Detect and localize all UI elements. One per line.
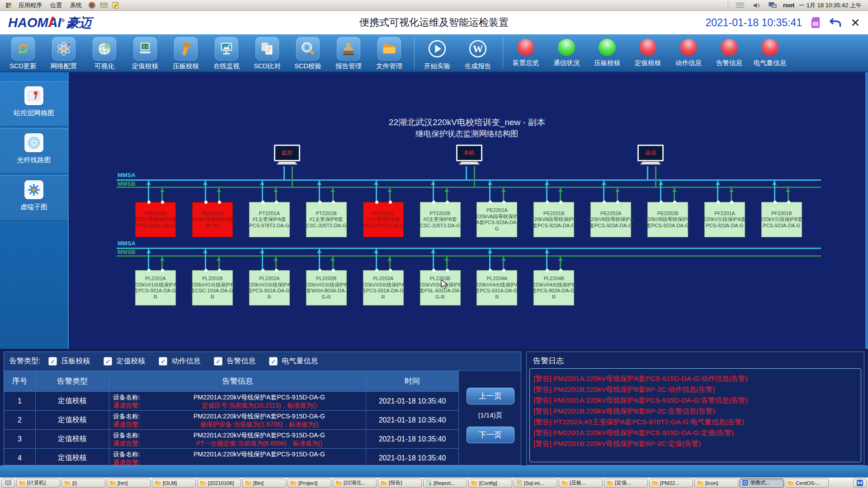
taskbar-window-[计算机][interactable]: [计算机]	[16, 479, 60, 488]
alarm-table-row[interactable]: 1定值校核设备名称:PM2201A:220kV母线保护A套PCS-915D-DA…	[4, 392, 459, 411]
toolbar-button-search[interactable]: SCD校验	[288, 35, 328, 71]
filter-电气量信息[interactable]: ✓电气量信息	[269, 357, 318, 366]
network-diagram-canvas[interactable]: 22湖北武汉220kV电校培训变_new - 副本 继电保护状态监测网络结构图 …	[68, 72, 865, 349]
taskbar-window-[/][interactable]: [/]	[61, 479, 105, 488]
checkbox-checked-icon[interactable]: ✓	[269, 357, 278, 366]
menu-places[interactable]: 位置	[46, 0, 66, 10]
monitor-node-本机[interactable]: 本机	[456, 145, 482, 166]
clock[interactable]: 一 1月 18 10:35:42 上午	[799, 1, 862, 9]
device-box-PT2201A[interactable]: PT2201A#1主变保护A套PCS-978T2-DA-G	[249, 202, 290, 237]
taskbar-window-[Bin][interactable]: [Bin]	[242, 479, 286, 488]
workspace-app-button[interactable]	[853, 479, 867, 488]
status-indicator-通信状况[interactable]: 通信状况	[546, 35, 587, 71]
taskbar-window-[Sql.ini...[interactable]: [Sql.ini...	[514, 479, 557, 488]
device-box-PL2204A[interactable]: PL2204A220kV#4出线保护A套PCS-931A-DA-G-R	[476, 270, 517, 305]
toolbar-action-play[interactable]: 开始实验	[417, 35, 458, 71]
alarm-table-row[interactable]: 4定值校核设备名称:PM2201A:220kV母线保护A套PCS-915D-DA…	[4, 449, 459, 465]
taskbar-window-[Icon][interactable]: [Icon]	[694, 479, 738, 488]
taskbar-window-[20210106][interactable]: [20210106]	[197, 479, 241, 488]
device-box-PL2203B[interactable]: PL2203B220kV#3出线保护B套PSL-602UA-DA-G-R	[420, 270, 461, 305]
toolbar-button-tool[interactable]: 压板校核	[165, 35, 206, 71]
taskbar-window-[OLM][interactable]: [OLM]	[152, 479, 196, 488]
taskbar-window-[Config][interactable]: [Config]	[468, 479, 512, 488]
menu-applications[interactable]: 应用程序	[14, 0, 46, 10]
device-box-PF2201A[interactable]: PF2201A220kV分段保护A套PCS-923A-DA-G	[704, 202, 745, 237]
taskbar-window-[Report...[interactable]: [Report...	[423, 479, 467, 488]
taskbar-window-[Project][interactable]: [Project]	[288, 479, 331, 488]
sidebar-item-pinmap[interactable]: 站控层网格图	[0, 81, 68, 127]
toolbar-separator	[503, 37, 503, 69]
taskbar-window-便携式...[interactable]: 便携式...	[740, 479, 783, 488]
monitor-node-远动[interactable]: 远动	[637, 145, 664, 166]
close-icon[interactable]: ✕	[849, 16, 862, 29]
device-box-PF2201B[interactable]: PF2201B220kV分段保护B套PCS-923A-DA-G	[761, 202, 802, 237]
menu-system[interactable]: 系统	[66, 0, 86, 10]
filter-告警信息[interactable]: ✓告警信息	[214, 357, 255, 366]
monitor-node-监控[interactable]: 监控	[274, 145, 300, 166]
status-indicator-动作信息[interactable]: 动作信息	[668, 35, 709, 71]
toolbar-button-checklist[interactable]: 定值校核	[125, 35, 165, 71]
current-user[interactable]: root	[783, 2, 794, 9]
toolbar-button-refresh[interactable]: SCD更新	[3, 35, 43, 71]
keyboard-indicator-icon[interactable]	[736, 1, 744, 9]
toolbar-button-network[interactable]: 网络配置	[43, 35, 84, 71]
taskbar-window-[hm][interactable]: [hm]	[107, 479, 151, 488]
sidebar-item-disc[interactable]: 光纤线路图	[0, 128, 68, 174]
mail-icon[interactable]	[99, 1, 108, 9]
toolbar-button-report[interactable]: 报告管理	[328, 35, 369, 71]
device-box-PL2202A[interactable]: PL2202A220kV#2出线保护A套PCS-931A-DA-G-R	[249, 270, 290, 305]
taskbar-window-CentOS-...[interactable]: CentOS-...	[785, 479, 829, 488]
status-indicator-告警信息[interactable]: 告警信息	[709, 35, 750, 71]
device-box-PE2201A[interactable]: PE2201A220kVA段母联保护A套PCS-923A-DA-G	[476, 202, 517, 237]
show-desktop-button[interactable]	[1, 479, 15, 488]
alarm-log-list[interactable]: [警告] PM2201A:220kV母线保护A套PCS-915D-DA-G:动作…	[529, 368, 861, 462]
next-page-button[interactable]: 下一页	[467, 427, 514, 443]
device-box-PE2202A[interactable]: PE2202A220kVB段母联保护A套PCS-923A-DA-G	[590, 202, 631, 237]
status-indicator-装置总览[interactable]: 装置总览	[505, 35, 546, 71]
device-box-PT2202A[interactable]: PT2202A#2主变保护A套PCS-978T2-DA-G	[363, 202, 404, 237]
toolbar-button-folder[interactable]: 文件管理	[369, 35, 410, 71]
status-indicator-电气量信息[interactable]: 电气量信息	[750, 35, 790, 71]
filter-压板校核[interactable]: ✓压板校核	[48, 357, 90, 366]
volume-icon[interactable]	[752, 1, 760, 9]
checkbox-checked-icon[interactable]: ✓	[214, 357, 222, 366]
toolbar-button-globe[interactable]: 可视化	[84, 35, 125, 71]
device-box-PL2201B[interactable]: PL2201B220kV#1出线保护B套CSC-103A-DA-G-R	[192, 270, 233, 305]
device-box-PL2203A[interactable]: PL2203A220kV#3出线保护A套PCS-931A-DA-G-R	[363, 270, 404, 305]
device-box-PT2202B[interactable]: PT2202B#2主变保护B套CSC-326T2-DA-G	[420, 202, 461, 237]
sd-card-icon[interactable]	[809, 16, 822, 29]
taskbar-window-[定值...[interactable]: [定值...	[604, 479, 648, 488]
device-box-PE2202B[interactable]: PE2202B220kVB段母联保护B套PCS-923A-DA-G	[647, 202, 688, 237]
status-indicator-压板校核[interactable]: 压板校核	[587, 35, 627, 71]
toolbar-button-compare[interactable]: SCD比对	[247, 35, 288, 71]
taskbar-window-[PM22...[interactable]: [PM22...	[649, 479, 693, 488]
checkbox-checked-icon[interactable]: ✓	[48, 357, 57, 366]
alarm-table-row[interactable]: 2定值校核设备名称:PM2201A:220kV母线保护A套PCS-915D-DA…	[4, 411, 459, 430]
undo-icon[interactable]	[829, 16, 842, 29]
text-editor-icon[interactable]	[111, 1, 119, 9]
toolbar-button-label: SCD比对	[254, 62, 281, 70]
toolbar-button-monitor[interactable]: 在线监视	[206, 35, 247, 71]
firefox-icon[interactable]	[88, 1, 96, 9]
prev-page-button[interactable]: 上一页	[467, 388, 514, 404]
device-box-PE2201B[interactable]: PE2201B220kVA段母联保护B套PCS-923A-DA-G	[533, 202, 574, 237]
taskbar-window-[报告][interactable]: [报告]	[378, 479, 422, 488]
alarm-table-row[interactable]: 3定值校核设备名称:PM2201A:220kV母线保护A套PCS-915D-DA…	[4, 430, 459, 449]
device-box-PL2202B[interactable]: PL2202B220kV#2出线保护B套WXH-803A-DA-G-R	[306, 270, 347, 305]
device-box-PT2201B[interactable]: PT2201B#1主变保护B套CSC-326T2-DA-G	[306, 202, 347, 237]
checkbox-checked-icon[interactable]: ✓	[104, 357, 112, 366]
taskbar-window-[22湖北...[interactable]: [22湖北...	[333, 479, 377, 488]
network-monitor-icon[interactable]	[769, 1, 777, 9]
device-box-PL2204B[interactable]: PL2204B220kV#4出线保护B套PCS-902A-DA-G-R	[533, 270, 574, 305]
filter-动作信息[interactable]: ✓动作信息	[159, 357, 200, 366]
device-box-PM2201B[interactable]: PM2201B220kV母线保护B套BP-2C	[192, 202, 233, 237]
taskbar-window-[压板...[interactable]: [压板...	[559, 479, 603, 488]
device-box-PL2201A[interactable]: PL2201A220kV#1出线保护A套PCS-931A-DA-G-R	[135, 270, 176, 305]
device-box-PM2201A[interactable]: PM2201A220kV母线保护A套PCS-915D-DA-G	[135, 202, 176, 237]
checkbox-checked-icon[interactable]: ✓	[159, 357, 167, 366]
sidebar-item-gear[interactable]: 虚端子图	[0, 175, 68, 221]
status-indicator-定值校核[interactable]: 定值校核	[627, 35, 668, 71]
junction-dot	[717, 201, 720, 204]
toolbar-action-wreport[interactable]: W生成报告	[458, 35, 498, 71]
filter-定值校核[interactable]: ✓定值校核	[104, 357, 145, 366]
